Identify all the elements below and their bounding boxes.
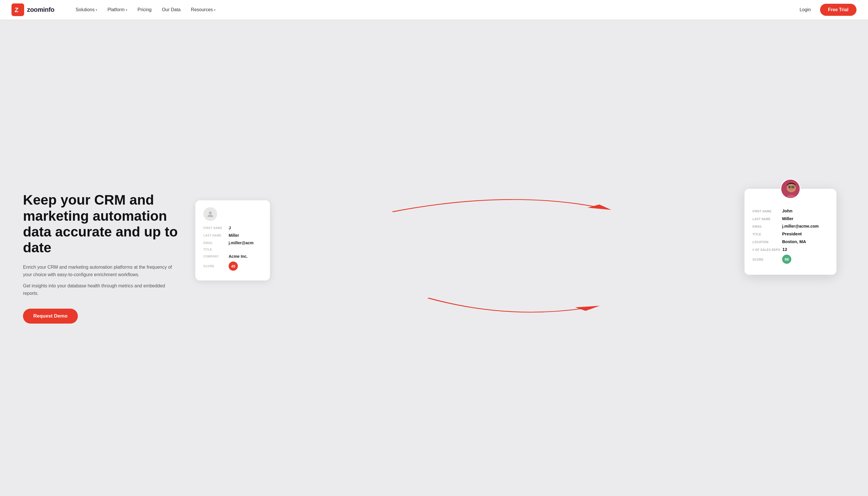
after-field-location: LOCATION Boston, MA [753,239,829,244]
svg-point-1 [209,212,212,214]
before-value-lastname: Miller [229,233,239,238]
svg-point-10 [789,189,794,192]
after-field-firstname: FIRST NAME John [753,208,829,213]
after-avatar [781,179,801,199]
after-value-sales-reps: 12 [783,247,787,252]
nav-our-data-label: Our Data [162,7,181,12]
nav-resources-label: Resources [191,7,213,12]
nav-item-pricing[interactable]: Pricing [133,5,156,15]
nav-solutions-label: Solutions [76,7,95,12]
before-value-company: Acme Inc. [229,254,247,259]
after-field-sales-reps: # OF SALES REPS 12 [753,247,829,252]
after-label-email: EMAIL [753,225,780,228]
after-label-sales-reps: # OF SALES REPS [753,248,780,251]
after-card: FIRST NAME John LAST NAME Miller EMAIL j… [744,189,836,275]
after-value-title: President [782,231,802,236]
logo-text: zoominfo [27,6,54,14]
before-label-email: EMAIL [203,242,226,245]
request-demo-button[interactable]: Request Demo [23,309,78,324]
hero-desc1: Enrich your CRM and marketing automation… [23,264,178,278]
before-label-score: SCORE [203,265,226,268]
hero-right: FIRST NAME J LAST NAME Miller EMAIL j.mi… [178,177,845,338]
logo[interactable]: Z zoominfo [12,3,54,16]
after-label-location: LOCATION [753,241,780,244]
score-badge-before: 45 [229,262,238,271]
nav-platform-label: Platform [108,7,125,12]
after-label-score: SCORE [753,258,780,261]
nav-item-resources[interactable]: Resources ▾ [187,5,220,15]
after-value-firstname: John [782,208,792,213]
hero-title: Keep your CRM and marketing automation d… [23,192,178,255]
svg-point-5 [789,186,790,188]
login-button[interactable]: Login [795,5,816,15]
logo-icon: Z [12,3,24,16]
after-field-score: SCORE 98 [753,254,829,264]
chevron-down-icon: ▾ [214,8,215,12]
before-avatar-placeholder [203,207,217,221]
after-field-title: TITLE President [753,231,829,236]
hero-desc2: Get insights into your database health t… [23,282,178,297]
after-field-lastname: LAST NAME Miller [753,216,829,221]
after-card-fields: FIRST NAME John LAST NAME Miller EMAIL j… [753,208,829,264]
before-field-email: EMAIL j.miller@acm [203,241,262,245]
nav-item-solutions[interactable]: Solutions ▾ [71,5,101,15]
nav-item-our-data[interactable]: Our Data [158,5,185,15]
svg-text:Z: Z [15,6,18,14]
after-label-title: TITLE [753,233,780,236]
navbar: Z zoominfo Solutions ▾ Platform ▾ Pricin… [0,0,868,19]
before-label-company: COMPANY [203,255,226,258]
nav-links: Solutions ▾ Platform ▾ Pricing Our Data … [71,5,795,15]
svg-point-6 [792,186,794,188]
before-label-lastname: LAST NAME [203,234,226,237]
before-field-lastname: LAST NAME Miller [203,233,262,238]
before-field-score: SCORE 45 [203,262,262,271]
after-value-location: Boston, MA [782,239,806,244]
before-field-company: COMPANY Acme Inc. [203,254,262,259]
z-logo-svg: Z [14,6,22,14]
score-badge-after: 98 [782,254,791,264]
before-field-firstname: FIRST NAME J [203,226,262,230]
hero-left: Keep your CRM and marketing automation d… [23,192,178,323]
user-icon [207,210,214,218]
before-label-title: TITLE [203,248,226,251]
after-value-lastname: Miller [782,216,793,221]
chevron-down-icon: ▾ [96,8,97,12]
nav-actions: Login Free Trial [795,4,856,16]
nav-item-platform[interactable]: Platform ▾ [103,5,131,15]
before-value-email: j.miller@acm [229,241,254,245]
after-value-email: j.miller@acme.com [782,224,819,229]
hero-section: Keep your CRM and marketing automation d… [0,19,868,496]
before-card: FIRST NAME J LAST NAME Miller EMAIL j.mi… [195,200,270,280]
before-label-firstname: FIRST NAME [203,227,226,230]
nav-pricing-label: Pricing [138,7,152,12]
before-value-firstname: J [229,226,231,230]
chevron-down-icon: ▾ [126,8,127,12]
after-field-email: EMAIL j.miller@acme.com [753,224,829,229]
free-trial-button[interactable]: Free Trial [820,4,856,16]
after-label-lastname: LAST NAME [753,218,780,221]
before-field-title: TITLE [203,248,262,251]
person-avatar-icon [781,180,801,199]
after-label-firstname: FIRST NAME [753,210,780,213]
